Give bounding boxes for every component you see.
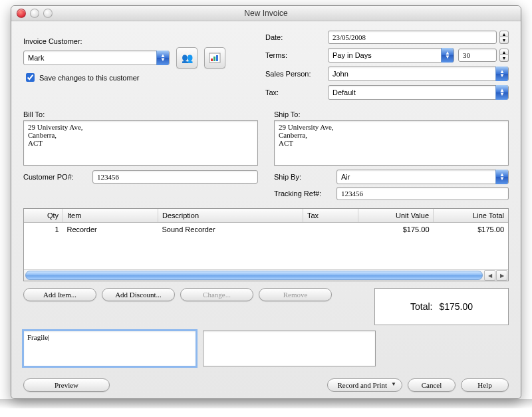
tax-select-value: Default xyxy=(332,88,356,96)
tax-label: Tax: xyxy=(265,88,328,96)
table-row[interactable]: 1 Recorder Sound Recorder $175.00 $175.0… xyxy=(24,223,508,237)
col-qty[interactable]: Qty xyxy=(24,209,63,223)
col-tax[interactable]: Tax xyxy=(303,209,358,223)
remove-button[interactable]: Remove xyxy=(259,288,332,301)
close-window-button[interactable] xyxy=(17,9,26,18)
terms-days-field[interactable] xyxy=(458,49,497,62)
tax-select[interactable]: Default ▲▼ xyxy=(328,85,509,100)
svg-rect-1 xyxy=(211,59,213,61)
zoom-window-button[interactable] xyxy=(43,9,53,18)
date-stepper[interactable]: ▲▼ xyxy=(499,31,509,44)
chart-icon xyxy=(209,53,221,63)
salesperson-label: Sales Person: xyxy=(265,70,328,78)
cell-qty: 1 xyxy=(24,223,63,237)
scrollbar-thumb[interactable] xyxy=(25,271,483,280)
shipby-select-value: Air xyxy=(341,173,350,181)
po-field[interactable] xyxy=(92,170,258,184)
total-value: $175.00 xyxy=(439,301,473,312)
date-step-up[interactable]: ▲ xyxy=(499,31,509,37)
line-items-table[interactable]: Qty Item Description Tax Unit Value Line… xyxy=(23,208,509,281)
add-item-button[interactable]: Add Item... xyxy=(23,288,96,301)
shipby-label: Ship By: xyxy=(274,173,336,181)
invoice-window: New Invoice Invoice Customer: Mark ▲▼ 👥 xyxy=(11,5,521,399)
terms-label: Terms: xyxy=(265,51,328,59)
col-unit[interactable]: Unit Value xyxy=(358,209,434,223)
svg-rect-3 xyxy=(216,55,218,61)
private-notes-textarea[interactable] xyxy=(203,331,376,366)
date-label: Date: xyxy=(265,33,328,41)
date-field[interactable] xyxy=(328,31,497,44)
record-and-print-menu[interactable]: Record and Print xyxy=(327,378,402,392)
save-customer-checkbox-label: Save changes to this customer xyxy=(39,74,139,82)
invoice-customer-label: Invoice Customer: xyxy=(23,37,249,45)
billto-label: Bill To: xyxy=(23,110,258,118)
tracking-field[interactable] xyxy=(336,187,509,200)
terms-days-stepper[interactable]: ▲▼ xyxy=(499,49,509,62)
col-item[interactable]: Item xyxy=(63,209,158,223)
terms-select-value: Pay in Days xyxy=(332,51,372,59)
add-discount-button[interactable]: Add Discount... xyxy=(102,288,175,301)
total-box: Total: $175.00 xyxy=(374,288,509,325)
comments-text: Fragile xyxy=(27,333,49,341)
cell-desc: Sound Recorder xyxy=(158,223,303,237)
change-button[interactable]: Change... xyxy=(180,288,253,301)
cancel-button[interactable]: Cancel xyxy=(408,378,456,392)
table-horizontal-scrollbar[interactable]: ◀ ▶ xyxy=(24,269,508,281)
preview-button[interactable]: Preview xyxy=(23,378,110,392)
shipto-label: Ship To: xyxy=(274,110,509,118)
salesperson-select-value: John xyxy=(332,70,348,78)
scroll-left-button[interactable]: ◀ xyxy=(484,270,495,281)
customer-report-button[interactable] xyxy=(204,47,225,69)
customer-card-button[interactable]: 👥 xyxy=(176,47,198,69)
titlebar: New Invoice xyxy=(11,6,521,21)
cell-unit: $175.00 xyxy=(358,223,434,237)
save-customer-checkbox-input[interactable] xyxy=(26,73,35,82)
cell-tax xyxy=(303,223,358,237)
comments-textarea[interactable]: Fragile xyxy=(23,331,196,366)
total-label: Total: xyxy=(410,301,432,312)
po-label: Customer PO#: xyxy=(23,173,92,181)
cell-item: Recorder xyxy=(63,223,158,237)
cell-line: $175.00 xyxy=(434,223,509,237)
terms-days-up[interactable]: ▲ xyxy=(499,49,509,55)
col-line-total[interactable]: Line Total xyxy=(434,209,509,223)
customer-select[interactable]: Mark ▲▼ xyxy=(23,51,170,65)
billto-textarea[interactable]: 29 University Ave, Canberra, ACT xyxy=(23,120,258,166)
terms-select[interactable]: Pay in Days ▲▼ xyxy=(328,48,454,63)
scroll-right-button[interactable]: ▶ xyxy=(496,270,507,281)
customer-select-value: Mark xyxy=(28,54,44,62)
date-step-down[interactable]: ▼ xyxy=(499,37,509,44)
col-desc[interactable]: Description xyxy=(158,209,303,223)
minimize-window-button[interactable] xyxy=(30,9,39,18)
window-title: New Invoice xyxy=(11,9,521,18)
tracking-label: Tracking Ref#: xyxy=(274,190,336,198)
save-customer-checkbox[interactable]: Save changes to this customer xyxy=(23,71,249,84)
salesperson-select[interactable]: John ▲▼ xyxy=(328,67,509,81)
shipto-textarea[interactable]: 29 University Ave, Canberra, ACT xyxy=(274,120,509,166)
help-button[interactable]: Help xyxy=(461,378,509,392)
shipby-select[interactable]: Air ▲▼ xyxy=(336,170,509,184)
people-icon: 👥 xyxy=(182,53,193,63)
terms-days-down[interactable]: ▼ xyxy=(499,55,509,62)
svg-rect-2 xyxy=(213,57,215,61)
